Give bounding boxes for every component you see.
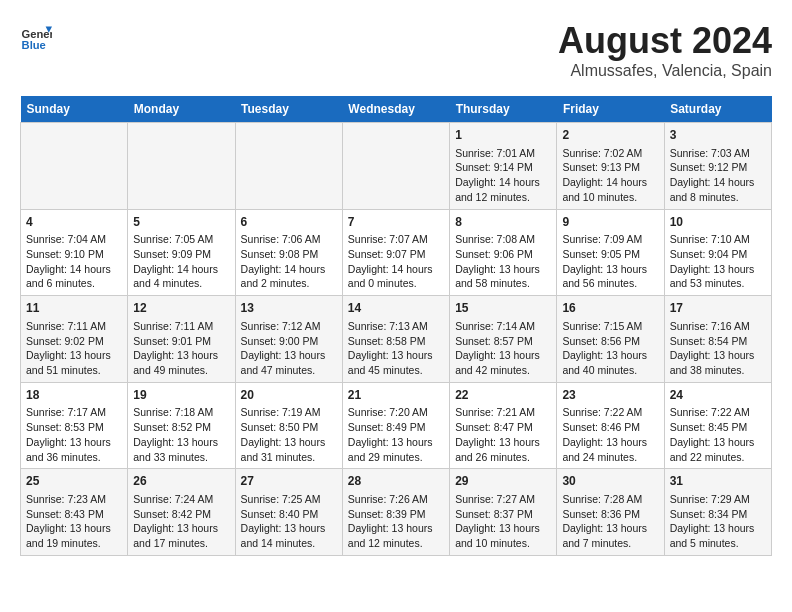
- day-number: 29: [455, 473, 551, 490]
- day-number: 18: [26, 387, 122, 404]
- header-sunday: Sunday: [21, 96, 128, 123]
- calendar-cell: 10Sunrise: 7:10 AM Sunset: 9:04 PM Dayli…: [664, 209, 771, 296]
- day-info: Sunrise: 7:24 AM Sunset: 8:42 PM Dayligh…: [133, 492, 229, 551]
- day-info: Sunrise: 7:16 AM Sunset: 8:54 PM Dayligh…: [670, 319, 766, 378]
- day-info: Sunrise: 7:11 AM Sunset: 9:02 PM Dayligh…: [26, 319, 122, 378]
- calendar-cell: 29Sunrise: 7:27 AM Sunset: 8:37 PM Dayli…: [450, 469, 557, 556]
- day-number: 26: [133, 473, 229, 490]
- logo: General Blue: [20, 20, 52, 52]
- calendar-cell: 25Sunrise: 7:23 AM Sunset: 8:43 PM Dayli…: [21, 469, 128, 556]
- day-info: Sunrise: 7:02 AM Sunset: 9:13 PM Dayligh…: [562, 146, 658, 205]
- calendar-cell: [235, 123, 342, 210]
- day-number: 15: [455, 300, 551, 317]
- day-number: 25: [26, 473, 122, 490]
- day-number: 16: [562, 300, 658, 317]
- calendar-cell: [128, 123, 235, 210]
- calendar-cell: 28Sunrise: 7:26 AM Sunset: 8:39 PM Dayli…: [342, 469, 449, 556]
- calendar-cell: 6Sunrise: 7:06 AM Sunset: 9:08 PM Daylig…: [235, 209, 342, 296]
- page-header: General Blue August 2024 Almussafes, Val…: [20, 20, 772, 80]
- day-info: Sunrise: 7:09 AM Sunset: 9:05 PM Dayligh…: [562, 232, 658, 291]
- calendar-cell: 1Sunrise: 7:01 AM Sunset: 9:14 PM Daylig…: [450, 123, 557, 210]
- day-number: 14: [348, 300, 444, 317]
- day-number: 11: [26, 300, 122, 317]
- day-info: Sunrise: 7:20 AM Sunset: 8:49 PM Dayligh…: [348, 405, 444, 464]
- subtitle: Almussafes, Valencia, Spain: [558, 62, 772, 80]
- calendar-cell: 13Sunrise: 7:12 AM Sunset: 9:00 PM Dayli…: [235, 296, 342, 383]
- header-friday: Friday: [557, 96, 664, 123]
- calendar-cell: 30Sunrise: 7:28 AM Sunset: 8:36 PM Dayli…: [557, 469, 664, 556]
- calendar-cell: 8Sunrise: 7:08 AM Sunset: 9:06 PM Daylig…: [450, 209, 557, 296]
- day-number: 31: [670, 473, 766, 490]
- day-info: Sunrise: 7:21 AM Sunset: 8:47 PM Dayligh…: [455, 405, 551, 464]
- day-info: Sunrise: 7:04 AM Sunset: 9:10 PM Dayligh…: [26, 232, 122, 291]
- day-number: 22: [455, 387, 551, 404]
- day-info: Sunrise: 7:08 AM Sunset: 9:06 PM Dayligh…: [455, 232, 551, 291]
- calendar-cell: 14Sunrise: 7:13 AM Sunset: 8:58 PM Dayli…: [342, 296, 449, 383]
- day-info: Sunrise: 7:15 AM Sunset: 8:56 PM Dayligh…: [562, 319, 658, 378]
- calendar-week-3: 11Sunrise: 7:11 AM Sunset: 9:02 PM Dayli…: [21, 296, 772, 383]
- day-number: 9: [562, 214, 658, 231]
- day-info: Sunrise: 7:10 AM Sunset: 9:04 PM Dayligh…: [670, 232, 766, 291]
- day-number: 27: [241, 473, 337, 490]
- svg-text:Blue: Blue: [22, 39, 46, 51]
- calendar-cell: [21, 123, 128, 210]
- day-info: Sunrise: 7:23 AM Sunset: 8:43 PM Dayligh…: [26, 492, 122, 551]
- calendar-cell: 5Sunrise: 7:05 AM Sunset: 9:09 PM Daylig…: [128, 209, 235, 296]
- calendar-table: SundayMondayTuesdayWednesdayThursdayFrid…: [20, 96, 772, 556]
- calendar-cell: 21Sunrise: 7:20 AM Sunset: 8:49 PM Dayli…: [342, 382, 449, 469]
- calendar-header-row: SundayMondayTuesdayWednesdayThursdayFrid…: [21, 96, 772, 123]
- calendar-cell: [342, 123, 449, 210]
- calendar-cell: 18Sunrise: 7:17 AM Sunset: 8:53 PM Dayli…: [21, 382, 128, 469]
- calendar-cell: 2Sunrise: 7:02 AM Sunset: 9:13 PM Daylig…: [557, 123, 664, 210]
- day-number: 3: [670, 127, 766, 144]
- day-number: 17: [670, 300, 766, 317]
- main-title: August 2024: [558, 20, 772, 62]
- calendar-cell: 4Sunrise: 7:04 AM Sunset: 9:10 PM Daylig…: [21, 209, 128, 296]
- day-number: 23: [562, 387, 658, 404]
- day-number: 6: [241, 214, 337, 231]
- day-info: Sunrise: 7:07 AM Sunset: 9:07 PM Dayligh…: [348, 232, 444, 291]
- calendar-cell: 9Sunrise: 7:09 AM Sunset: 9:05 PM Daylig…: [557, 209, 664, 296]
- calendar-cell: 17Sunrise: 7:16 AM Sunset: 8:54 PM Dayli…: [664, 296, 771, 383]
- calendar-cell: 31Sunrise: 7:29 AM Sunset: 8:34 PM Dayli…: [664, 469, 771, 556]
- day-number: 8: [455, 214, 551, 231]
- calendar-week-2: 4Sunrise: 7:04 AM Sunset: 9:10 PM Daylig…: [21, 209, 772, 296]
- day-number: 12: [133, 300, 229, 317]
- day-info: Sunrise: 7:27 AM Sunset: 8:37 PM Dayligh…: [455, 492, 551, 551]
- calendar-cell: 19Sunrise: 7:18 AM Sunset: 8:52 PM Dayli…: [128, 382, 235, 469]
- day-info: Sunrise: 7:03 AM Sunset: 9:12 PM Dayligh…: [670, 146, 766, 205]
- day-info: Sunrise: 7:11 AM Sunset: 9:01 PM Dayligh…: [133, 319, 229, 378]
- day-info: Sunrise: 7:28 AM Sunset: 8:36 PM Dayligh…: [562, 492, 658, 551]
- day-number: 2: [562, 127, 658, 144]
- day-number: 21: [348, 387, 444, 404]
- calendar-week-5: 25Sunrise: 7:23 AM Sunset: 8:43 PM Dayli…: [21, 469, 772, 556]
- calendar-cell: 7Sunrise: 7:07 AM Sunset: 9:07 PM Daylig…: [342, 209, 449, 296]
- calendar-cell: 22Sunrise: 7:21 AM Sunset: 8:47 PM Dayli…: [450, 382, 557, 469]
- day-info: Sunrise: 7:18 AM Sunset: 8:52 PM Dayligh…: [133, 405, 229, 464]
- header-saturday: Saturday: [664, 96, 771, 123]
- day-info: Sunrise: 7:14 AM Sunset: 8:57 PM Dayligh…: [455, 319, 551, 378]
- calendar-cell: 20Sunrise: 7:19 AM Sunset: 8:50 PM Dayli…: [235, 382, 342, 469]
- day-info: Sunrise: 7:12 AM Sunset: 9:00 PM Dayligh…: [241, 319, 337, 378]
- day-info: Sunrise: 7:22 AM Sunset: 8:46 PM Dayligh…: [562, 405, 658, 464]
- day-info: Sunrise: 7:29 AM Sunset: 8:34 PM Dayligh…: [670, 492, 766, 551]
- header-wednesday: Wednesday: [342, 96, 449, 123]
- day-info: Sunrise: 7:17 AM Sunset: 8:53 PM Dayligh…: [26, 405, 122, 464]
- calendar-cell: 15Sunrise: 7:14 AM Sunset: 8:57 PM Dayli…: [450, 296, 557, 383]
- day-number: 4: [26, 214, 122, 231]
- calendar-cell: 27Sunrise: 7:25 AM Sunset: 8:40 PM Dayli…: [235, 469, 342, 556]
- day-number: 7: [348, 214, 444, 231]
- header-thursday: Thursday: [450, 96, 557, 123]
- day-info: Sunrise: 7:13 AM Sunset: 8:58 PM Dayligh…: [348, 319, 444, 378]
- day-info: Sunrise: 7:19 AM Sunset: 8:50 PM Dayligh…: [241, 405, 337, 464]
- day-number: 19: [133, 387, 229, 404]
- calendar-cell: 24Sunrise: 7:22 AM Sunset: 8:45 PM Dayli…: [664, 382, 771, 469]
- day-number: 28: [348, 473, 444, 490]
- day-info: Sunrise: 7:22 AM Sunset: 8:45 PM Dayligh…: [670, 405, 766, 464]
- calendar-cell: 26Sunrise: 7:24 AM Sunset: 8:42 PM Dayli…: [128, 469, 235, 556]
- day-info: Sunrise: 7:26 AM Sunset: 8:39 PM Dayligh…: [348, 492, 444, 551]
- calendar-cell: 16Sunrise: 7:15 AM Sunset: 8:56 PM Dayli…: [557, 296, 664, 383]
- day-number: 13: [241, 300, 337, 317]
- title-block: August 2024 Almussafes, Valencia, Spain: [558, 20, 772, 80]
- header-monday: Monday: [128, 96, 235, 123]
